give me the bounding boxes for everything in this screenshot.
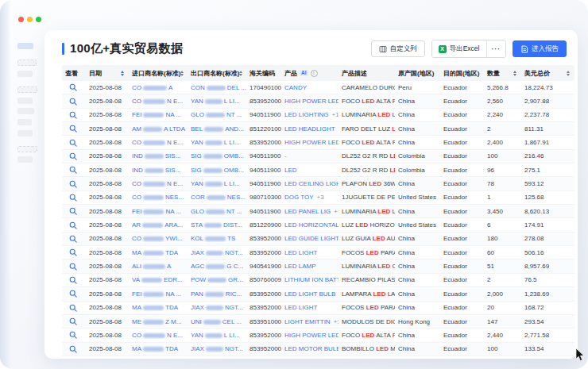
magnifier-icon[interactable] [69, 304, 77, 312]
cell-imp[interactable]: MATDA [129, 249, 188, 256]
product-link[interactable]: HIGH POWER LED F [284, 98, 338, 105]
product-link[interactable]: LED LIGHT [284, 304, 317, 311]
cell-imp[interactable]: ALIA [129, 263, 188, 270]
cell-exp[interactable]: YANL LI... [188, 98, 246, 105]
sidebar-item-skeleton[interactable] [17, 60, 37, 66]
cell-exp[interactable]: KOLTS [188, 235, 246, 242]
cell-exp[interactable]: SIGOMB... [188, 167, 246, 174]
sidebar-item-skeleton[interactable] [17, 43, 33, 49]
cell-imp[interactable]: VAEDR... [129, 276, 188, 283]
zoom-dot[interactable] [36, 17, 41, 22]
magnifier-icon[interactable] [69, 194, 77, 202]
product-more-count[interactable]: +3 [317, 194, 324, 201]
col-header-exp[interactable]: 出口商名称(标准) [188, 69, 246, 78]
magnifier-icon[interactable] [69, 98, 77, 106]
cell-imp[interactable]: CON E... [129, 332, 188, 339]
sidebar-item-skeleton[interactable] [17, 86, 37, 93]
minimize-dot[interactable] [27, 17, 33, 22]
cell-exp[interactable]: STADIST... [188, 221, 246, 229]
cell-exp[interactable]: BELAND... [188, 125, 246, 133]
cell-exp[interactable]: YANL LI... [188, 180, 246, 187]
col-header-qty[interactable]: 数量 [484, 69, 521, 78]
product-link[interactable]: LED CEILING LIGHT [284, 180, 338, 187]
col-header-view[interactable]: 查看 [62, 69, 86, 78]
cell-imp[interactable]: CON E... [129, 139, 188, 146]
col-header-desc[interactable]: 产品描述 [338, 69, 395, 78]
cell-exp[interactable]: JIAXNGT... [188, 345, 246, 352]
product-link[interactable]: LED MOTOR BULB [284, 345, 338, 352]
cell-exp[interactable]: UNICEL ... [188, 318, 246, 325]
cell-imp[interactable]: FEINA ... [129, 208, 188, 215]
product-link[interactable]: LED GUIDE LIGHT T [284, 235, 338, 242]
close-dot[interactable] [18, 17, 24, 22]
cell-imp[interactable]: FEINA ... [129, 290, 188, 298]
cell-exp[interactable]: CONDEL ... [188, 84, 246, 91]
cell-exp[interactable]: GLONT ... [188, 111, 246, 118]
cell-exp[interactable]: JIAXNGT... [188, 304, 246, 311]
product-link[interactable]: LED HORIZONTAL [284, 221, 338, 229]
product-link[interactable]: LED HEADLIGHT [284, 125, 335, 133]
cell-exp[interactable]: POWGR... [188, 276, 246, 283]
sidebar-item-skeleton[interactable] [17, 71, 33, 77]
cell-imp[interactable]: ARARA... [129, 221, 188, 229]
magnifier-icon[interactable] [69, 180, 77, 188]
col-header-imp[interactable]: 进口商名称(标准) [129, 69, 188, 78]
customize-columns-button[interactable]: 自定义列 [371, 40, 425, 57]
product-link[interactable]: LITHIUM ION BATTE [284, 276, 338, 283]
info-icon[interactable]: i [311, 70, 318, 77]
sort-icon[interactable] [513, 71, 516, 76]
magnifier-icon[interactable] [69, 152, 77, 160]
magnifier-icon[interactable] [69, 331, 77, 339]
product-link[interactable]: LIGHT EMITTIN [284, 318, 331, 325]
sort-icon[interactable] [180, 71, 184, 76]
sidebar-item-skeleton[interactable] [17, 156, 33, 163]
product-link[interactable]: LED LIGHT [284, 249, 317, 256]
product-link[interactable]: HIGH POWER LED F [284, 332, 338, 339]
magnifier-icon[interactable] [69, 221, 77, 229]
col-header-date[interactable]: 日期 [86, 69, 129, 78]
col-header-prod[interactable]: 产品AIi [281, 69, 338, 78]
magnifier-icon[interactable] [69, 111, 77, 119]
cell-exp[interactable]: PANRIC... [188, 290, 246, 298]
cell-exp[interactable]: JIAXNGT... [188, 249, 246, 256]
product-link[interactable]: CANDY [284, 84, 307, 91]
cell-exp[interactable]: CORNES... [188, 194, 246, 201]
cell-imp[interactable]: CON E... [129, 98, 188, 105]
product-link[interactable]: LED LIGHTING [284, 111, 329, 118]
product-link[interactable]: LED [284, 167, 297, 174]
product-link[interactable]: LED LAMP [284, 263, 316, 270]
cell-imp[interactable]: MATDA [129, 345, 188, 352]
sort-icon[interactable] [239, 71, 242, 76]
cell-imp[interactable]: MEZ M... [129, 318, 188, 325]
magnifier-icon[interactable] [69, 276, 77, 284]
cell-exp[interactable]: SIGOMB... [188, 152, 246, 160]
magnifier-icon[interactable] [69, 290, 77, 298]
cell-imp[interactable]: CONES... [129, 194, 188, 201]
sort-icon[interactable] [567, 71, 570, 76]
col-header-dest[interactable]: 目的国(地区) [440, 69, 484, 78]
cell-imp[interactable]: COYWI... [129, 235, 188, 242]
cell-imp[interactable]: COA [129, 84, 188, 91]
col-header-hs[interactable]: 海关编码 [246, 69, 281, 78]
cell-exp[interactable]: AGCG C... [188, 263, 246, 270]
magnifier-icon[interactable] [69, 248, 77, 256]
magnifier-icon[interactable] [69, 235, 77, 243]
magnifier-icon[interactable] [69, 83, 77, 91]
cell-imp[interactable]: INDSIS... [129, 152, 188, 160]
magnifier-icon[interactable] [69, 317, 77, 325]
cell-imp[interactable]: AMA LTDA [129, 125, 188, 133]
magnifier-icon[interactable] [69, 166, 77, 174]
enter-report-button[interactable]: 进入报告 [513, 40, 567, 57]
product-link[interactable]: LED LIGHT BULB [284, 290, 335, 298]
export-excel-button[interactable]: X 导出Excel [432, 40, 486, 57]
cell-imp[interactable]: INDSIS... [129, 167, 188, 174]
cell-exp[interactable]: YANL LI... [188, 332, 246, 339]
magnifier-icon[interactable] [69, 345, 77, 353]
col-header-usd[interactable]: 美元总价 [521, 69, 574, 78]
cell-imp[interactable]: MATDA [129, 304, 188, 311]
export-more-button[interactable]: ··· [486, 40, 506, 57]
col-header-origin[interactable]: 原产国(地区) [395, 69, 440, 78]
sidebar-item-skeleton[interactable] [17, 108, 34, 114]
magnifier-icon[interactable] [69, 125, 77, 133]
cell-exp[interactable]: GLONT ... [188, 208, 246, 215]
